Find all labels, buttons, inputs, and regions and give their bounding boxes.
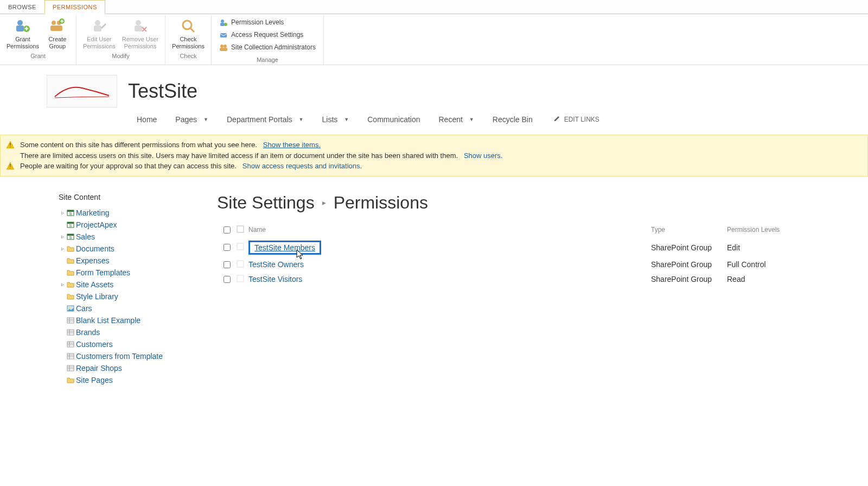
tree-item[interactable]: Site Pages: [59, 374, 217, 386]
tree-item-link[interactable]: Site Assets: [76, 280, 113, 289]
expand-icon[interactable]: ▹: [59, 233, 66, 239]
site-icon: S: [66, 220, 75, 229]
breadcrumb-settings[interactable]: Site Settings: [217, 193, 315, 213]
create-group-label: Create Group: [48, 36, 66, 49]
tree-item[interactable]: ▹SMarketing: [59, 207, 217, 219]
svg-text:S: S: [69, 211, 72, 216]
tree-item-link[interactable]: ProjectApex: [76, 220, 117, 229]
header-icon-placeholder: [237, 225, 248, 235]
svg-point-11: [136, 20, 141, 26]
tab-browse[interactable]: BROWSE: [0, 0, 44, 14]
tree-item-link[interactable]: Customers from Template: [76, 352, 163, 361]
header-name[interactable]: Name: [248, 226, 651, 233]
group-link[interactable]: TestSite Owners: [248, 260, 304, 269]
site-content-tree: ▹SMarketingSProjectApex▹SSales▹Documents…: [59, 207, 217, 386]
tree-item[interactable]: Customers from Template: [59, 350, 217, 362]
tree-item-link[interactable]: Marketing: [76, 209, 109, 217]
header-permission-levels[interactable]: Permission Levels: [727, 226, 846, 233]
table-row: TestSite Members SharePoint GroupEdit: [217, 238, 846, 257]
site-logo[interactable]: [47, 75, 117, 108]
lib-icon: [66, 244, 75, 253]
expand-icon[interactable]: ▹: [59, 210, 66, 216]
create-group-button[interactable]: ✚ Create Group: [42, 16, 73, 51]
lib-icon: [66, 376, 75, 384]
tree-item-link[interactable]: Customers: [76, 340, 113, 349]
svg-rect-16: [220, 23, 225, 26]
grant-permissions-button[interactable]: ✚ Grant Permissions: [3, 16, 42, 51]
permission-levels-button[interactable]: Permission Levels: [215, 16, 288, 29]
nav-recycle-bin[interactable]: Recycle Bin: [484, 112, 541, 127]
expand-icon[interactable]: ▹: [59, 281, 66, 287]
svg-point-4: [52, 21, 56, 25]
access-request-icon: [219, 31, 228, 40]
tree-item[interactable]: Blank List Example: [59, 314, 217, 326]
remove-user-permissions-button[interactable]: Remove User Permissions: [119, 16, 162, 51]
content-area: Site Settings ▸ Permissions Name Type Pe…: [217, 193, 868, 386]
tree-item-link[interactable]: Style Library: [76, 292, 118, 301]
tree-item[interactable]: SProjectApex: [59, 219, 217, 231]
breadcrumb-permissions: Permissions: [334, 193, 428, 213]
nav-communication[interactable]: Communication: [359, 112, 429, 127]
tab-permissions[interactable]: PERMISSIONS: [44, 0, 105, 14]
tree-item[interactable]: ▹Documents: [59, 243, 217, 255]
nav-department-portals[interactable]: Department Portals ▼: [218, 112, 312, 127]
tree-item-link[interactable]: Site Pages: [76, 376, 113, 384]
tree-item[interactable]: ▹Site Assets: [59, 279, 217, 291]
tree-item-link[interactable]: Form Templates: [76, 268, 130, 277]
lib-icon: [66, 256, 75, 265]
tree-item[interactable]: Cars: [59, 302, 217, 314]
tree-item-link[interactable]: Brands: [76, 328, 100, 337]
tree-item[interactable]: Brands: [59, 326, 217, 338]
tree-item[interactable]: Style Library: [59, 291, 217, 302]
nav-home[interactable]: Home: [128, 112, 165, 127]
tree-item-link[interactable]: Documents: [76, 244, 114, 253]
nav-pages[interactable]: Pages ▼: [167, 112, 217, 127]
row-checkbox[interactable]: [224, 261, 231, 268]
row-permission-level: Edit: [727, 243, 846, 252]
tree-item-link[interactable]: Sales: [76, 232, 95, 241]
nav-lists[interactable]: Lists ▼: [314, 112, 358, 127]
permissions-table: Name Type Permission Levels TestSite Mem…: [217, 223, 846, 287]
table-row: TestSite OwnersSharePoint GroupFull Cont…: [217, 257, 846, 272]
edit-links-button[interactable]: EDIT LINKS: [553, 115, 599, 124]
svg-rect-1: [16, 26, 24, 31]
group-link[interactable]: TestSite Visitors: [248, 275, 302, 283]
svg-rect-56: [237, 243, 244, 250]
site-collection-admins-button[interactable]: Site Collection Administrators: [215, 41, 320, 54]
show-these-items-link[interactable]: Show these items.: [263, 141, 321, 149]
site-icon: S: [66, 232, 75, 241]
row-permission-level: Full Control: [727, 260, 846, 269]
show-access-requests-link[interactable]: Show access requests and invitations.: [242, 162, 362, 170]
tree-item-link[interactable]: Repair Shops: [76, 364, 122, 373]
row-checkbox[interactable]: [224, 276, 231, 283]
header-type[interactable]: Type: [651, 226, 727, 233]
tree-item-link[interactable]: Cars: [76, 304, 92, 313]
svg-text:S: S: [69, 223, 72, 228]
expand-icon[interactable]: ▹: [59, 245, 66, 251]
tree-item[interactable]: ▹SSales: [59, 231, 217, 243]
tree-item[interactable]: Expenses: [59, 255, 217, 267]
tree-item[interactable]: Customers: [59, 338, 217, 350]
show-users-link[interactable]: Show users.: [464, 152, 503, 160]
nav-recent[interactable]: Recent ▼: [430, 112, 483, 127]
list-icon: [66, 340, 75, 349]
left-nav: Site Content ▹SMarketingSProjectApex▹SSa…: [0, 193, 217, 386]
site-title: TestSite: [128, 80, 197, 103]
tree-item-link[interactable]: Expenses: [76, 256, 109, 265]
ribbon-tab-row: BROWSE PERMISSIONS: [0, 0, 868, 14]
highlighted-group-link[interactable]: TestSite Members: [248, 241, 321, 255]
edit-user-permissions-button[interactable]: Edit User Permissions: [80, 16, 119, 51]
row-checkbox[interactable]: [224, 244, 231, 251]
tree-item[interactable]: Form Templates: [59, 267, 217, 279]
site-icon: S: [66, 209, 75, 217]
check-permissions-label: Check Permissions: [172, 36, 205, 49]
grant-permissions-icon: ✚: [14, 17, 31, 35]
lib-icon: [66, 268, 75, 277]
tree-item-link[interactable]: Blank List Example: [76, 316, 141, 325]
check-permissions-button[interactable]: Check Permissions: [169, 16, 208, 51]
left-nav-header: Site Content: [59, 193, 217, 201]
tree-item[interactable]: Repair Shops: [59, 362, 217, 374]
piclib-icon: [66, 304, 75, 313]
access-request-settings-button[interactable]: Access Request Settings: [215, 29, 308, 41]
select-all-checkbox[interactable]: [224, 226, 231, 233]
